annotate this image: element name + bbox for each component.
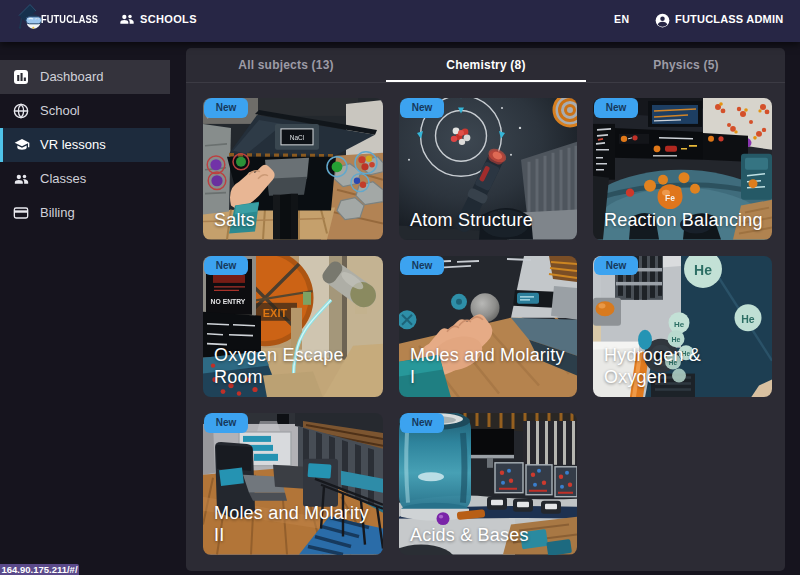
svg-text:EXIT: EXIT [263,306,288,318]
svg-text:NO ENTRY: NO ENTRY [211,297,246,304]
svg-text:Fe: Fe [665,193,675,203]
svg-text:He: He [672,336,681,343]
svg-text:He: He [741,313,755,324]
svg-text:He: He [674,319,685,328]
svg-text:NaCl: NaCl [290,134,304,141]
svg-text:He: He [694,261,712,277]
